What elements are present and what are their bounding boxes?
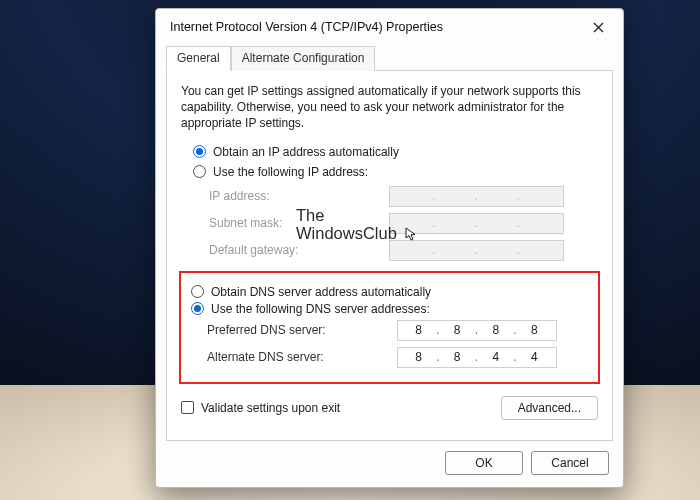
tab-strip: General Alternate Configuration — [156, 45, 623, 70]
preferred-dns-label: Preferred DNS server: — [207, 323, 397, 337]
ip-address-label: IP address: — [209, 189, 389, 203]
window-title: Internet Protocol Version 4 (TCP/IPv4) P… — [170, 20, 581, 34]
radio-dns-auto[interactable]: Obtain DNS server address automatically — [191, 285, 588, 299]
default-gateway-label: Default gateway: — [209, 243, 389, 257]
ip-fields: IP address: ... Subnet mask: ... Default… — [209, 186, 598, 261]
checkbox-icon — [181, 401, 194, 414]
radio-ip-manual[interactable]: Use the following IP address: — [193, 165, 598, 179]
general-pane: You can get IP settings assigned automat… — [166, 70, 613, 441]
radio-label: Obtain an IP address automatically — [213, 145, 399, 159]
radio-icon — [191, 302, 204, 315]
intro-text: You can get IP settings assigned automat… — [181, 83, 598, 132]
radio-icon — [191, 285, 204, 298]
titlebar: Internet Protocol Version 4 (TCP/IPv4) P… — [156, 9, 623, 43]
preferred-dns-input[interactable]: 8. 8. 8. 8 — [397, 320, 557, 341]
tab-general[interactable]: General — [166, 46, 231, 71]
tab-alternate-configuration[interactable]: Alternate Configuration — [231, 46, 376, 71]
dns-fields: Preferred DNS server: 8. 8. 8. 8 Alterna… — [207, 320, 588, 368]
radio-ip-auto[interactable]: Obtain an IP address automatically — [193, 145, 598, 159]
radio-label: Obtain DNS server address automatically — [211, 285, 431, 299]
subnet-mask-input: ... — [389, 213, 564, 234]
subnet-mask-label: Subnet mask: — [209, 216, 389, 230]
advanced-button[interactable]: Advanced... — [501, 396, 598, 420]
close-button[interactable] — [581, 15, 615, 39]
checkbox-label: Validate settings upon exit — [201, 401, 340, 415]
default-gateway-input: ... — [389, 240, 564, 261]
validate-checkbox[interactable]: Validate settings upon exit — [181, 401, 340, 415]
dialog-footer: OK Cancel — [156, 441, 623, 487]
ipv4-properties-dialog: Internet Protocol Version 4 (TCP/IPv4) P… — [155, 8, 624, 488]
radio-icon — [193, 145, 206, 158]
ip-address-input: ... — [389, 186, 564, 207]
ok-button[interactable]: OK — [445, 451, 523, 475]
radio-icon — [193, 165, 206, 178]
close-icon — [593, 22, 604, 33]
cancel-button[interactable]: Cancel — [531, 451, 609, 475]
radio-label: Use the following IP address: — [213, 165, 368, 179]
dns-highlight-box: Obtain DNS server address automatically … — [179, 271, 600, 384]
alternate-dns-label: Alternate DNS server: — [207, 350, 397, 364]
alternate-dns-input[interactable]: 8. 8. 4. 4 — [397, 347, 557, 368]
radio-dns-manual[interactable]: Use the following DNS server addresses: — [191, 302, 588, 316]
advanced-row: Validate settings upon exit Advanced... — [181, 396, 598, 420]
radio-label: Use the following DNS server addresses: — [211, 302, 430, 316]
